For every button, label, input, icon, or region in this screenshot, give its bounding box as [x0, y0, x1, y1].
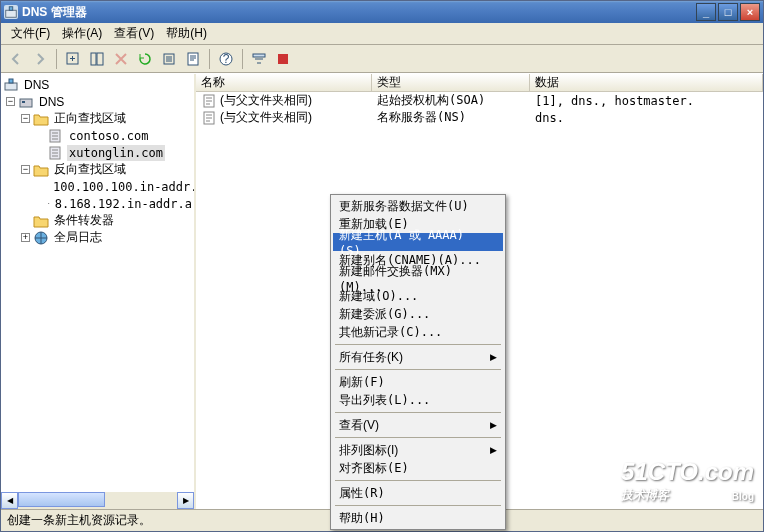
tree-zone-xutonglin[interactable]: xutonglin.com	[1, 144, 194, 161]
ctx-new-domain[interactable]: 新建域(O)...	[333, 287, 503, 305]
ctx-view[interactable]: 查看(V)▶	[333, 416, 503, 434]
ctx-all-tasks[interactable]: 所有任务(K)▶	[333, 348, 503, 366]
svg-rect-12	[9, 79, 13, 83]
record-icon	[201, 110, 217, 126]
svg-rect-0	[6, 10, 17, 17]
separator	[335, 369, 501, 370]
back-button	[5, 48, 27, 70]
refresh-button[interactable]	[134, 48, 156, 70]
app-icon	[4, 5, 18, 19]
tree-zone-contoso[interactable]: contoso.com	[1, 127, 194, 144]
list-row[interactable]: (与父文件夹相同) 名称服务器(NS) dns.	[196, 109, 763, 126]
svg-rect-1	[9, 7, 13, 11]
expand-icon[interactable]: +	[21, 233, 30, 242]
show-hide-button[interactable]	[86, 48, 108, 70]
svg-rect-10	[278, 54, 288, 64]
maximize-button[interactable]: □	[718, 3, 738, 21]
ctx-export-list[interactable]: 导出列表(L)...	[333, 391, 503, 409]
list-header: 名称 类型 数据	[196, 74, 763, 92]
menu-action[interactable]: 操作(A)	[56, 23, 108, 44]
separator	[335, 505, 501, 506]
tree-server[interactable]: − DNS	[1, 93, 194, 110]
toolbar: ?	[1, 45, 763, 73]
submenu-arrow-icon: ▶	[490, 352, 497, 362]
tree-cond-fwd[interactable]: 条件转发器	[1, 212, 194, 229]
scroll-left-icon[interactable]: ◀	[1, 492, 18, 509]
svg-rect-14	[22, 101, 25, 103]
status-text: 创建一条新主机资源记录。	[7, 512, 151, 529]
list-row[interactable]: (与父文件夹相同) 起始授权机构(SOA) [1], dns., hostmas…	[196, 92, 763, 109]
svg-rect-3	[91, 53, 96, 65]
tree-rev-zone[interactable]: − 反向查找区域	[1, 161, 194, 178]
stop-button[interactable]	[272, 48, 294, 70]
collapse-icon[interactable]: −	[21, 165, 30, 174]
col-name[interactable]: 名称	[196, 74, 372, 91]
scroll-right-icon[interactable]: ▶	[177, 492, 194, 509]
ctx-other-new[interactable]: 其他新记录(C)...	[333, 323, 503, 341]
menu-view[interactable]: 查看(V)	[108, 23, 160, 44]
ctx-new-mx[interactable]: 新建邮件交换器(MX)(M)...	[333, 269, 503, 287]
minimize-button[interactable]: _	[696, 3, 716, 21]
ctx-properties[interactable]: 属性(R)	[333, 484, 503, 502]
col-type[interactable]: 类型	[372, 74, 530, 91]
record-icon	[201, 93, 217, 109]
filter-button[interactable]	[248, 48, 270, 70]
svg-rect-4	[97, 53, 103, 65]
scroll-thumb[interactable]	[18, 492, 105, 507]
watermark: 51CTO.com 技术博客 Blog	[621, 458, 754, 504]
ctx-update[interactable]: 更新服务器数据文件(U)	[333, 197, 503, 215]
titlebar: DNS 管理器 _ □ ×	[1, 1, 763, 23]
close-button[interactable]: ×	[740, 3, 760, 21]
properties-button[interactable]	[182, 48, 204, 70]
ctx-new-delegation[interactable]: 新建委派(G)...	[333, 305, 503, 323]
svg-rect-9	[253, 54, 265, 57]
menubar: 文件(F) 操作(A) 查看(V) 帮助(H)	[1, 23, 763, 45]
ctx-new-host[interactable]: 新建主机(A 或 AAAA)(S)...	[333, 233, 503, 251]
menu-help[interactable]: 帮助(H)	[160, 23, 213, 44]
svg-rect-13	[20, 99, 32, 107]
help-button[interactable]: ?	[215, 48, 237, 70]
tree-panel[interactable]: DNS − DNS − 正向查找区域 contoso.com	[1, 74, 196, 509]
add-button[interactable]	[62, 48, 84, 70]
tree-global-log[interactable]: + 全局日志	[1, 229, 194, 246]
collapse-icon[interactable]: −	[21, 114, 30, 123]
context-menu: 更新服务器数据文件(U) 重新加载(E) 新建主机(A 或 AAAA)(S)..…	[330, 194, 506, 530]
forward-button	[29, 48, 51, 70]
separator	[335, 344, 501, 345]
separator	[335, 480, 501, 481]
export-button[interactable]	[158, 48, 180, 70]
svg-rect-6	[188, 53, 198, 65]
tree-hscrollbar[interactable]: ◀ ▶	[1, 492, 194, 509]
window-title: DNS 管理器	[22, 4, 696, 21]
ctx-refresh[interactable]: 刷新(F)	[333, 373, 503, 391]
tree-root[interactable]: DNS	[1, 76, 194, 93]
col-data[interactable]: 数据	[530, 74, 763, 91]
ctx-lineup[interactable]: 对齐图标(E)	[333, 459, 503, 477]
collapse-icon[interactable]: −	[6, 97, 15, 106]
separator	[335, 412, 501, 413]
menu-file[interactable]: 文件(F)	[5, 23, 56, 44]
submenu-arrow-icon: ▶	[490, 420, 497, 430]
submenu-arrow-icon: ▶	[490, 445, 497, 455]
tree-rev-item-1[interactable]: 100.100.100.in-addr.	[1, 178, 194, 195]
svg-rect-11	[5, 83, 17, 90]
separator	[335, 437, 501, 438]
tree-fwd-zone[interactable]: − 正向查找区域	[1, 110, 194, 127]
ctx-help[interactable]: 帮助(H)	[333, 509, 503, 527]
svg-text:?: ?	[223, 52, 230, 66]
ctx-arrange[interactable]: 排列图标(I)▶	[333, 441, 503, 459]
tree-rev-item-2[interactable]: 8.168.192.in-addr.a	[1, 195, 194, 212]
delete-button	[110, 48, 132, 70]
